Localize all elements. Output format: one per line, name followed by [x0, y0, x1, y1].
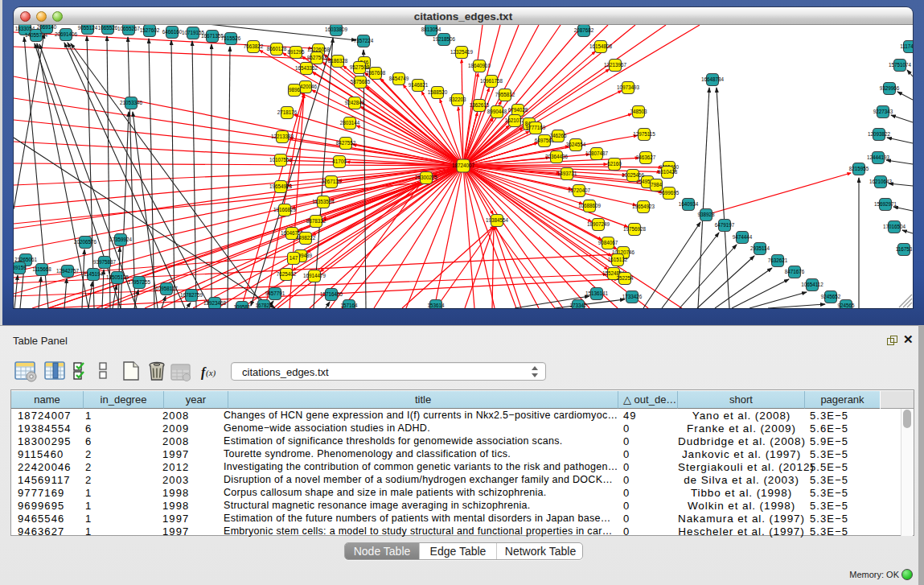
svg-text:20206576: 20206576	[74, 239, 97, 245]
svg-text:18640910: 18640910	[468, 63, 491, 68]
svg-text:16543362: 16543362	[295, 65, 318, 71]
svg-text:10025466: 10025466	[622, 172, 645, 178]
svg-text:1588520: 1588520	[428, 89, 448, 95]
svg-text:9777169: 9777169	[526, 125, 546, 130]
svg-text:1733426: 1733426	[622, 294, 643, 299]
svg-text:10655267: 10655267	[117, 26, 141, 31]
svg-text:18724007: 18724007	[452, 163, 475, 168]
svg-text:6479197: 6479197	[715, 222, 735, 228]
svg-text:12213383: 12213383	[271, 134, 294, 139]
svg-text:15716485: 15716485	[320, 291, 343, 297]
svg-text:1621072: 1621072	[505, 117, 525, 123]
svg-text:10688609: 10688609	[578, 203, 602, 208]
svg-text:1145194: 1145194	[84, 271, 104, 277]
svg-text:1640934: 1640934	[679, 201, 699, 207]
svg-text:12325419: 12325419	[450, 49, 474, 55]
svg-text:8660128: 8660128	[267, 46, 287, 51]
svg-text:9084067: 9084067	[598, 240, 618, 245]
svg-text:252254: 252254	[616, 275, 634, 281]
svg-text:19654923: 19654923	[632, 204, 655, 209]
svg-text:8454749: 8454749	[389, 76, 409, 81]
svg-text:17957255: 17957255	[128, 279, 151, 285]
svg-text:10961758: 10961758	[480, 78, 503, 84]
svg-text:25300275: 25300275	[415, 175, 438, 180]
svg-text:19384554: 19384554	[486, 217, 509, 223]
svg-text:9527503: 9527503	[307, 55, 327, 60]
svg-text:9699695: 9699695	[659, 190, 680, 196]
svg-text:9245652: 9245652	[821, 294, 841, 299]
svg-text:12942757: 12942757	[56, 268, 80, 274]
svg-text:19166829: 19166829	[273, 207, 297, 212]
svg-text:8471676: 8471676	[785, 269, 805, 274]
svg-text:153614: 153614	[427, 303, 445, 308]
svg-text:167827: 167827	[255, 303, 273, 308]
svg-text:39159: 39159	[14, 265, 27, 270]
svg-text:748503: 748503	[630, 109, 647, 114]
svg-text:16154808: 16154808	[589, 43, 613, 49]
svg-text:41700: 41700	[332, 159, 347, 164]
svg-text:19756928: 19756928	[623, 226, 647, 232]
svg-text:16648784: 16648784	[701, 76, 725, 82]
svg-text:2867608: 2867608	[366, 70, 386, 76]
svg-text:16033809: 16033809	[325, 27, 348, 32]
svg-text:1117430: 1117430	[900, 43, 913, 49]
svg-text:9527508: 9527508	[350, 64, 370, 70]
svg-text:9227343: 9227343	[873, 109, 893, 114]
svg-text:1493731: 1493731	[557, 171, 577, 176]
svg-text:10107553: 10107553	[269, 157, 293, 163]
svg-text:9896: 9896	[289, 87, 301, 93]
svg-text:3267130: 3267130	[322, 179, 342, 184]
svg-text:4498222: 4498222	[296, 235, 316, 241]
svg-text:7955812: 7955812	[495, 92, 515, 97]
svg-text:6466160: 6466160	[162, 29, 183, 35]
svg-text:16914479: 16914479	[303, 273, 326, 278]
svg-text:12505135: 12505135	[106, 274, 129, 280]
svg-text:5875685: 5875685	[351, 79, 371, 84]
svg-text:147: 147	[290, 255, 298, 261]
svg-text:8813054: 8813054	[421, 27, 441, 32]
svg-text:18907249: 18907249	[587, 221, 610, 227]
svg-text:10973493: 10973493	[617, 84, 640, 90]
svg-text:7632621: 7632621	[768, 257, 788, 263]
svg-text:9474444: 9474444	[733, 234, 753, 240]
svg-text:15751074: 15751074	[889, 62, 912, 68]
svg-text:1115668: 1115668	[32, 266, 51, 272]
svg-text:157164: 157164	[340, 303, 358, 308]
svg-text:9329966: 9329966	[880, 85, 900, 91]
svg-text:15720407: 15720407	[568, 187, 591, 193]
svg-text:1362615: 1362615	[470, 102, 490, 108]
svg-text:17016504: 17016504	[883, 224, 906, 229]
svg-text:8427552: 8427552	[336, 140, 356, 146]
svg-text:8186328: 8186328	[328, 58, 348, 64]
svg-text:21053346: 21053346	[120, 100, 143, 105]
svg-text:2803144: 2803144	[340, 120, 360, 126]
svg-text:19218506: 19218506	[433, 36, 456, 42]
svg-text:17359924: 17359924	[109, 237, 133, 242]
svg-text:1615132: 1615132	[608, 257, 628, 262]
svg-text:8878332: 8878332	[306, 218, 326, 224]
svg-text:116753: 116753	[896, 246, 913, 252]
svg-text:9146821: 9146821	[409, 82, 429, 88]
svg-text:20691406: 20691406	[55, 31, 78, 37]
svg-text:891295: 891295	[287, 49, 305, 55]
svg-text:924565: 924565	[837, 303, 855, 308]
svg-text:9457791: 9457791	[265, 290, 285, 296]
svg-text:15136141: 15136141	[585, 290, 609, 296]
svg-text:3624554: 3624554	[566, 142, 586, 147]
svg-text:93975887: 93975887	[93, 259, 117, 265]
svg-text:12444193: 12444193	[867, 154, 890, 160]
svg-text:7515526: 7515526	[221, 35, 241, 41]
svg-text:8990448: 8990448	[487, 109, 507, 114]
svg-text:12975115: 12975115	[633, 131, 655, 137]
svg-text:10958117: 10958117	[155, 286, 178, 291]
svg-text:6310428: 6310428	[658, 169, 678, 175]
svg-text:2935114: 2935114	[750, 245, 770, 251]
svg-text:2069140: 2069140	[37, 25, 57, 30]
svg-text:7663822: 7663822	[244, 43, 264, 49]
svg-text:8215955: 8215955	[849, 166, 869, 171]
svg-text:746266: 746266	[549, 133, 567, 138]
svg-text:9463627: 9463627	[636, 154, 656, 160]
svg-text:7625402: 7625402	[277, 271, 297, 277]
svg-text:2087682: 2087682	[574, 27, 594, 33]
svg-text:10807487: 10807487	[585, 150, 609, 156]
